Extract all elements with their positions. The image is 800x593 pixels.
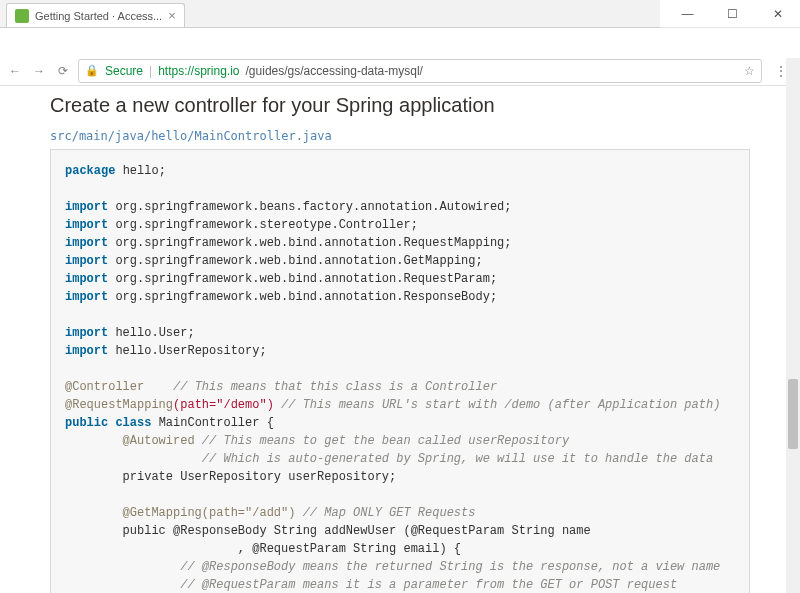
url-separator: | bbox=[149, 64, 152, 78]
url-host: https://spring.io bbox=[158, 64, 239, 78]
reload-button[interactable]: ⟳ bbox=[54, 62, 72, 80]
url-path: /guides/gs/accessing-data-mysql/ bbox=[246, 64, 423, 78]
vertical-scrollbar[interactable] bbox=[786, 58, 800, 593]
maximize-button[interactable]: ☐ bbox=[710, 0, 755, 28]
url-input[interactable]: 🔒 Secure | https://spring.io/guides/gs/a… bbox=[78, 59, 762, 83]
lock-icon: 🔒 bbox=[85, 64, 99, 77]
bookmark-star-icon[interactable]: ☆ bbox=[744, 64, 755, 78]
tab-strip: Getting Started · Access... × bbox=[0, 0, 660, 28]
page-content: Create a new controller for your Spring … bbox=[0, 86, 800, 593]
tab-title: Getting Started · Access... bbox=[35, 10, 162, 22]
browser-tab[interactable]: Getting Started · Access... × bbox=[6, 3, 185, 27]
favicon-icon bbox=[15, 9, 29, 23]
minimize-button[interactable]: — bbox=[665, 0, 710, 28]
back-button[interactable]: ← bbox=[6, 62, 24, 80]
code-block[interactable]: package hello; import org.springframewor… bbox=[50, 149, 750, 593]
vertical-scrollbar-thumb[interactable] bbox=[788, 379, 798, 449]
file-path-label: src/main/java/hello/MainController.java bbox=[50, 125, 750, 149]
close-tab-icon[interactable]: × bbox=[168, 8, 176, 23]
close-window-button[interactable]: ✕ bbox=[755, 0, 800, 28]
secure-label: Secure bbox=[105, 64, 143, 78]
page-heading: Create a new controller for your Spring … bbox=[50, 90, 750, 125]
forward-button[interactable]: → bbox=[30, 62, 48, 80]
address-bar: ← → ⟳ 🔒 Secure | https://spring.io/guide… bbox=[0, 56, 800, 86]
